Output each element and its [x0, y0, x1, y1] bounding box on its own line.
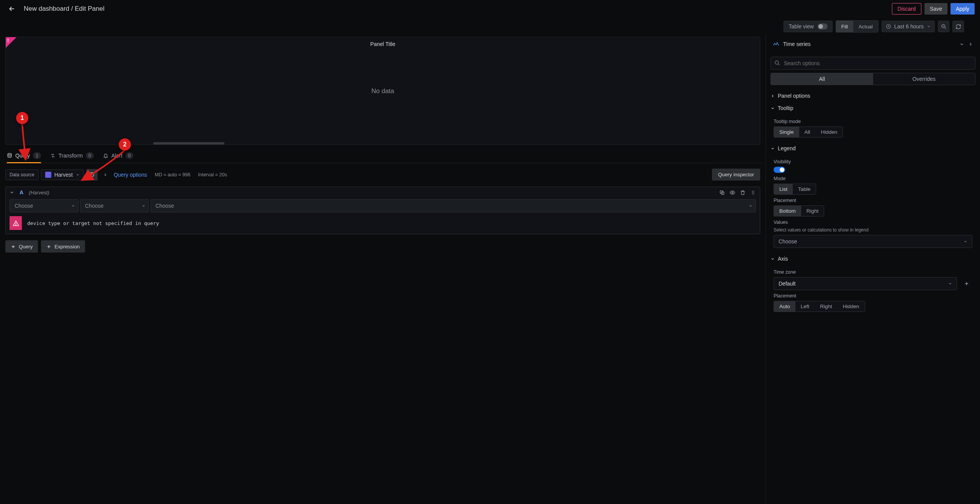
query-inspector-button[interactable]: Query inspector — [712, 169, 760, 181]
chevron-right-icon[interactable] — [103, 172, 108, 177]
tab-transform[interactable]: Transform 0 — [50, 148, 94, 163]
axis-placement-group: Auto Left Right Hidden — [774, 301, 865, 312]
axis-auto[interactable]: Auto — [774, 301, 795, 312]
query-meta-md: MD = auto = 996 — [155, 172, 190, 177]
plus-icon — [964, 281, 969, 286]
query-options-link[interactable]: Query options — [114, 172, 147, 178]
panel-error-corner[interactable] — [6, 37, 16, 48]
chevron-down-icon[interactable] — [959, 42, 964, 47]
zoom-out-button[interactable] — [938, 21, 949, 32]
axis-placement-label: Placement — [774, 293, 972, 299]
time-range-label: Last 6 hours — [894, 23, 924, 30]
question-icon — [89, 172, 95, 177]
query-select-1[interactable]: Choose — [10, 199, 79, 212]
section-panel-options[interactable]: Panel options — [766, 90, 980, 102]
search-icon — [774, 60, 780, 66]
legend-table[interactable]: Table — [793, 184, 816, 194]
tooltip-single[interactable]: Single — [774, 127, 799, 137]
chevron-down-icon — [948, 282, 952, 286]
options-mode-switch: All Overrides — [771, 73, 975, 85]
query-meta-interval: Interval = 20s — [198, 172, 227, 177]
trash-icon[interactable] — [740, 190, 746, 195]
section-tooltip[interactable]: Tooltip — [766, 102, 980, 114]
eye-icon[interactable] — [730, 190, 735, 195]
chevron-down-icon — [76, 173, 80, 177]
tooltip-all[interactable]: All — [799, 127, 816, 137]
legend-right[interactable]: Right — [801, 206, 824, 216]
chevron-down-icon — [142, 204, 146, 208]
discard-button[interactable]: Discard — [892, 3, 921, 15]
apply-button[interactable]: Apply — [951, 3, 975, 15]
search-options-input[interactable] — [771, 57, 975, 70]
visualization-picker[interactable]: Time series — [773, 41, 811, 47]
legend-bottom[interactable]: Bottom — [774, 206, 801, 216]
axis-tz-label: Time zone — [774, 269, 972, 275]
chevron-down-icon — [964, 240, 967, 243]
axis-hidden[interactable]: Hidden — [838, 301, 865, 312]
legend-values-desc: Select values or calculations to show in… — [774, 227, 972, 233]
legend-visibility-switch[interactable] — [774, 167, 785, 173]
tooltip-mode-label: Tooltip mode — [774, 119, 972, 124]
back-button[interactable] — [5, 2, 18, 15]
axis-tz-add[interactable] — [961, 278, 972, 289]
time-range-picker[interactable]: Last 6 hours — [882, 21, 935, 32]
plus-icon — [11, 244, 16, 249]
query-letter: A — [20, 189, 23, 195]
axis-left[interactable]: Left — [795, 301, 815, 312]
section-axis[interactable]: Axis — [766, 253, 980, 265]
tooltip-hidden[interactable]: Hidden — [816, 127, 843, 137]
tooltip-mode-group: Single All Hidden — [774, 126, 843, 138]
axis-right[interactable]: Right — [815, 301, 838, 312]
database-icon — [7, 153, 12, 158]
data-source-label: Data source — [5, 169, 39, 180]
chevron-down-icon — [71, 204, 75, 208]
add-expression-button[interactable]: Expression — [41, 240, 85, 253]
legend-mode-label: Mode — [774, 176, 972, 181]
mode-overrides[interactable]: Overrides — [873, 73, 975, 85]
legend-values-select[interactable]: Choose — [774, 235, 972, 248]
svg-point-4 — [92, 176, 92, 176]
refresh-icon — [955, 24, 961, 30]
zoom-out-icon — [941, 24, 947, 30]
bell-icon — [103, 153, 108, 158]
tab-query-label: Query — [15, 153, 30, 159]
fill-button[interactable]: Fill — [836, 21, 853, 32]
chevron-down-icon — [771, 257, 775, 261]
drag-handle-icon[interactable] — [750, 190, 756, 195]
refresh-button[interactable] — [952, 21, 964, 32]
data-source-help-button[interactable] — [86, 169, 98, 181]
panel-title: Panel Title — [6, 37, 760, 51]
legend-values-label: Values — [774, 220, 972, 225]
panel-preview: Panel Title No data — [5, 37, 760, 145]
query-tabs: Query 1 Transform 0 Alert 0 — [3, 148, 762, 163]
mode-all[interactable]: All — [771, 73, 873, 85]
tab-alert-count: 0 — [126, 152, 134, 159]
query-select-3[interactable]: Choose — [151, 199, 756, 212]
save-button[interactable]: Save — [924, 3, 947, 15]
svg-point-14 — [15, 225, 16, 225]
chevron-down-icon — [927, 25, 931, 28]
no-data-label: No data — [6, 87, 760, 95]
data-source-picker[interactable]: Harvest — [41, 169, 84, 180]
query-error-text: device type or target not specified in q… — [27, 220, 159, 226]
section-legend[interactable]: Legend — [766, 142, 980, 154]
chevron-right-icon[interactable] — [968, 42, 973, 47]
legend-mode-group: List Table — [774, 184, 816, 195]
tab-alert[interactable]: Alert 0 — [103, 148, 133, 163]
svg-point-13 — [753, 194, 754, 194]
chevron-down-icon[interactable] — [10, 190, 14, 195]
actual-button[interactable]: Actual — [853, 21, 878, 32]
chevron-right-icon — [771, 94, 775, 98]
query-select-2[interactable]: Choose — [80, 199, 149, 212]
tab-query-count: 1 — [33, 152, 41, 159]
copy-icon[interactable] — [719, 190, 725, 195]
table-view-toggle[interactable]: Table view — [784, 21, 832, 32]
tab-alert-label: Alert — [111, 153, 123, 159]
axis-tz-select[interactable]: Default — [774, 277, 957, 290]
timeseries-icon — [773, 41, 779, 47]
tab-query[interactable]: Query 1 — [7, 148, 41, 163]
legend-list[interactable]: List — [774, 184, 793, 194]
add-query-button[interactable]: Query — [5, 240, 38, 253]
svg-point-8 — [752, 190, 753, 191]
horizontal-scrollbar[interactable] — [153, 142, 224, 144]
